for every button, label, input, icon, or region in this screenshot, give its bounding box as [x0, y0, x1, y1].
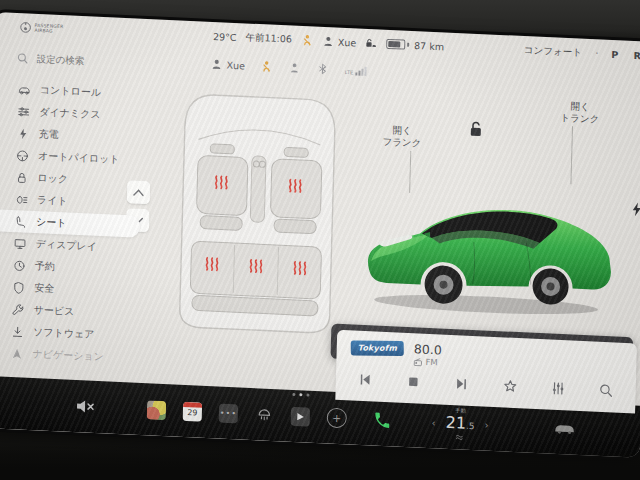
search-input[interactable] — [35, 52, 129, 69]
battery-indicator[interactable]: 87 km — [386, 38, 444, 52]
padlock-icon — [15, 171, 28, 185]
seatbelt-warning-icon — [301, 34, 313, 47]
vehicle-render — [354, 177, 626, 325]
shield-icon — [12, 281, 25, 295]
open-trunk-button[interactable]: 開く トランク — [560, 100, 600, 126]
climate-mode-label[interactable]: コンフォート — [524, 44, 582, 60]
navigation-icon — [10, 347, 23, 361]
battery-level — [388, 41, 400, 48]
dashboard-shadow — [0, 444, 640, 480]
rear-bench — [190, 241, 322, 316]
settings-search[interactable] — [17, 51, 135, 69]
settings-nav: コントロール ダイナミクス 充電 オートパイロット ロック ライト シート ディ… — [0, 77, 144, 370]
media-mini-player: Tokyofm 80.0 FM — [335, 330, 637, 414]
gear-indicator[interactable]: P R — [611, 49, 640, 62]
profile-icon — [210, 58, 222, 71]
climate-temp-control: ‹ 手動 21.5 › — [431, 406, 489, 442]
subheader-row: Xue LTE — [210, 58, 366, 77]
calendar-app-icon[interactable]: 29 — [183, 401, 203, 421]
phone-call-icon[interactable] — [373, 410, 393, 430]
cabin-temp-value[interactable]: 21.5 — [445, 414, 474, 433]
vehicle-panel: 開く フランク 開く トランク — [350, 88, 640, 333]
volume-muted-button[interactable] — [75, 398, 95, 415]
separator-dot: ・ — [592, 47, 602, 60]
theater-app-icon[interactable] — [291, 406, 311, 426]
all-apps-button[interactable]: ••• — [219, 403, 239, 423]
sliders-icon — [17, 105, 30, 119]
display-icon — [13, 237, 26, 251]
profile-selector[interactable]: Xue — [210, 58, 245, 72]
outside-temperature: 29°C — [213, 30, 237, 42]
station-band: FM — [425, 357, 438, 368]
vehicle-lock-icon[interactable] — [365, 37, 377, 50]
download-icon — [11, 325, 24, 339]
temp-up-button[interactable]: › — [484, 419, 488, 430]
unlocked-icon[interactable] — [467, 120, 485, 139]
tesla-touchscreen: PASSENGERAIRBAG 29°C 午前11:06 Xue 87 km コ… — [0, 12, 640, 458]
media-search-button[interactable] — [598, 383, 613, 399]
station-logo[interactable]: Tokyofm — [351, 340, 404, 356]
open-frunk-button[interactable]: 開く フランク — [382, 124, 422, 150]
add-app-button[interactable]: + — [327, 407, 348, 428]
charge-port-icon[interactable] — [630, 201, 640, 222]
bluetooth-icon[interactable] — [317, 63, 329, 76]
profile-icon — [322, 35, 334, 48]
passenger-occupancy-icon — [289, 61, 301, 74]
temp-down-button[interactable]: ‹ — [432, 417, 436, 428]
stop-button[interactable] — [406, 374, 421, 390]
driver-profile-button[interactable]: Xue — [322, 35, 357, 49]
headlight-icon — [15, 193, 28, 207]
steering-wheel-icon — [16, 149, 29, 163]
next-track-button[interactable] — [454, 376, 469, 392]
settings-sidebar: コントロール ダイナミクス 充電 オートパイロット ロック ライト シート ディ… — [0, 42, 145, 383]
station-frequency[interactable]: 80.0 — [414, 342, 442, 356]
network-type: LTE — [345, 68, 353, 74]
streaming-app-icon[interactable] — [255, 405, 275, 425]
radio-icon — [413, 357, 422, 366]
seat-icon — [14, 215, 27, 229]
vehicle-status-icon[interactable] — [552, 421, 576, 436]
favorite-star-button[interactable] — [502, 378, 517, 394]
page-dots — [293, 393, 310, 397]
toybox-app-icon[interactable] — [147, 400, 167, 420]
wrench-icon — [12, 303, 25, 317]
profile-name: Xue — [338, 36, 357, 48]
passenger-airbag-indicator: PASSENGERAIRBAG — [19, 21, 63, 35]
battery-range: 87 km — [414, 40, 444, 52]
climate-vent-icon — [456, 434, 464, 440]
clock: 午前11:06 — [245, 31, 292, 46]
clock-icon — [13, 259, 26, 273]
car-icon — [18, 83, 31, 97]
calendar-date: 29 — [183, 407, 202, 417]
car-top-view-diagram — [159, 82, 356, 351]
airbag-icon — [19, 21, 31, 34]
previous-track-button[interactable] — [358, 372, 373, 388]
seatbelt-warning-icon — [261, 60, 273, 73]
seat-heater-panel — [136, 81, 354, 380]
cellular-signal-icon: LTE — [345, 65, 367, 75]
search-icon — [17, 52, 29, 65]
equalizer-button[interactable] — [550, 381, 565, 397]
lightning-icon — [16, 127, 29, 141]
trunk-leader-line — [570, 126, 573, 184]
subheader-profile-name: Xue — [226, 59, 245, 71]
